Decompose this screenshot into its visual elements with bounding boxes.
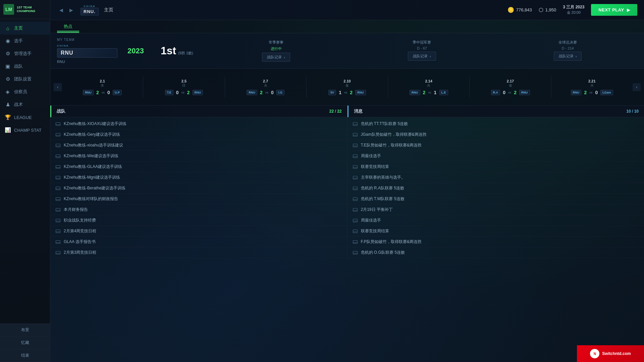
- team-list-item[interactable]: 职业战队支持经费: [50, 215, 347, 226]
- worlds-record-button[interactable]: 战队记录 ›: [554, 52, 582, 61]
- home-icon: ⌂: [5, 25, 11, 31]
- news-panel-title: 消息: [354, 108, 627, 114]
- match-card-0[interactable]: 2.1 水 RNU 2 vs 0 U.P: [62, 76, 143, 98]
- team-list-item[interactable]: KZnehu教练-XIOAXU建议选手训练: [50, 119, 347, 129]
- score2: 0: [594, 90, 599, 95]
- match-teams: RNU 2 vs 0 U.P: [83, 90, 122, 95]
- match-card-1[interactable]: 2.5 日 T.E 0 vs 2 RNU: [143, 76, 225, 98]
- match-date: 2.17: [507, 79, 514, 83]
- news-list-item[interactable]: 周最佳选手: [347, 151, 644, 162]
- news-list-item[interactable]: 2月19日 平衡补丁: [347, 204, 644, 215]
- next-play-button[interactable]: NEXT PLAY ▶: [591, 4, 637, 16]
- regular-record-button[interactable]: 战队记录 ›: [262, 53, 290, 62]
- news-list-item[interactable]: F.P队势如破竹，取得联赛&两连胜: [347, 237, 644, 247]
- match-card-3[interactable]: 2.10 金 5V 1 vs 2 RNU: [307, 76, 388, 98]
- news-list-item[interactable]: 危机的 T.W队联赛 5连败: [347, 194, 644, 204]
- tab-hot[interactable]: 热点: [57, 20, 79, 33]
- team-list-item[interactable]: KZnehu教练对球队的财政报告: [50, 194, 347, 204]
- record-info: (9胜 1败): [178, 51, 193, 56]
- mail-icon: [353, 219, 358, 222]
- sidebar-item-league[interactable]: 🏆 LEAGUE: [0, 111, 50, 124]
- sidebar-item-champstat[interactable]: 📊 CHAMP STAT: [0, 124, 50, 136]
- sidebar-item-home[interactable]: ⌂ 主页: [0, 22, 50, 35]
- team-message-text: 职业战队支持经费: [64, 218, 96, 223]
- sidebar-item-tactics[interactable]: ♟ 战术: [0, 98, 50, 111]
- forward-button[interactable]: ▶: [67, 6, 75, 14]
- news-message-text: 2月19日 平衡补丁: [361, 207, 393, 213]
- match-card-6[interactable]: 2.21 火 RNU 2 vs 0 LGam: [551, 76, 633, 98]
- match-day: 火: [264, 83, 267, 88]
- team-list-item[interactable]: GLAA 选手报告书: [50, 237, 347, 247]
- mail-icon: [56, 144, 60, 147]
- news-list-item[interactable]: T.E队势如破竹，取得联赛&两连胜: [347, 140, 644, 151]
- mail-icon: [56, 230, 60, 233]
- team-message-text: KZnehu教练-xioahu选手训练建议: [64, 142, 123, 148]
- match-teams: RNU 2 vs 1 L.E: [410, 90, 448, 95]
- results-button[interactable]: 结束: [0, 349, 50, 362]
- team-message-text: KZnehu教练-Wie建议选手训练: [64, 153, 118, 159]
- match-date: 2.5: [181, 79, 186, 83]
- mid-record-button[interactable]: 战队记录 ›: [408, 52, 436, 61]
- match-teams: 5V 1 vs 2 RNU: [328, 90, 366, 95]
- sidebar-item-settings[interactable]: ⚙ 团队设置: [0, 73, 50, 85]
- team-list-item[interactable]: KZnehu教练-Mgni建议选手训练: [50, 172, 347, 183]
- nav-label-team: 战队: [14, 63, 23, 69]
- main-content: ◀ ▶ CHINA RNU. 主页 🪙 776,843 ⬡ 1,950 3 三月…: [50, 0, 644, 362]
- sidebar-item-players[interactable]: ◉ 选手: [0, 35, 50, 47]
- mail-icon: [56, 187, 60, 190]
- news-list-item[interactable]: 危机的 TT.TT队联赛 5连败: [347, 119, 644, 129]
- season-regular: 常季赛事 进行中 战队记录 ›: [207, 40, 346, 62]
- sidebar-item-scout[interactable]: ◈ 侦察员: [0, 85, 50, 98]
- news-list-item[interactable]: 周最佳选手: [347, 215, 644, 226]
- back-button[interactable]: ◀: [57, 6, 65, 14]
- sidebar-item-manage[interactable]: ⚙ 管理选手: [0, 47, 50, 60]
- nav-label-settings: 团队设置: [14, 76, 32, 82]
- team1-tag: 5V: [328, 90, 336, 95]
- currency1: 🪙 776,843: [507, 7, 532, 13]
- season-worlds: 全球总决赛 D - 214 战队记录 ›: [498, 40, 637, 62]
- mail-icon: [56, 155, 60, 158]
- settings-icon: ⚙: [5, 76, 11, 82]
- prev-match-button[interactable]: ‹: [54, 83, 62, 91]
- team-icon: ▣: [5, 63, 11, 69]
- news-list-item[interactable]: 联赛竞技周结算: [347, 162, 644, 172]
- team-list-item[interactable]: KZnehu教练-GLAA建议选手训练: [50, 162, 347, 172]
- news-message-text: 危机的 O.G队联赛 5连败: [361, 250, 405, 255]
- mail-icon: [353, 155, 358, 158]
- tactics-icon: ♟: [5, 102, 11, 108]
- vs-label: vs: [428, 91, 431, 94]
- team-list-item[interactable]: KZnehu教练-Wie建议选手训练: [50, 151, 347, 162]
- team-list-item[interactable]: KZnehu教练-Gery建议选手训练: [50, 129, 347, 140]
- match-day: 火: [427, 83, 430, 88]
- news-list-item[interactable]: 联赛竞技周结算: [347, 226, 644, 237]
- news-list-item[interactable]: 主宰联赛的英雄与选手。: [347, 172, 644, 183]
- sidebar-item-team[interactable]: ▣ 战队: [0, 60, 50, 73]
- team1-tag: RNU: [410, 90, 420, 95]
- match-card-5[interactable]: 2.17 金 R.A 0 vs 2 RNU: [470, 76, 551, 98]
- news-list-item[interactable]: JGam队势如破竹，取得联赛&两连胜: [347, 129, 644, 140]
- team-list-item[interactable]: 2月第4周竞技日程: [50, 226, 347, 237]
- roster-button[interactable]: 布景: [0, 324, 50, 337]
- score1: 0: [501, 90, 507, 95]
- team-list-item[interactable]: KZnehu教练-Berathe建议选手训练: [50, 183, 347, 194]
- date-display: 3 三月 2023: [563, 4, 584, 10]
- news-message-text: F.P队势如破竹，取得联赛&两连胜: [361, 239, 422, 245]
- mail-icon: [353, 165, 358, 169]
- team1-tag: RNU: [83, 90, 94, 95]
- news-list-item[interactable]: 危机的 R.A队联赛 5连败: [347, 183, 644, 194]
- match-card-2[interactable]: 2.7 火 RNU 2 vs 0 I.G: [225, 76, 307, 98]
- mail-icon: [353, 144, 358, 147]
- news-message-text: 联赛竞技周结算: [361, 228, 389, 234]
- team-list-item[interactable]: 2月第3周竞技日程: [50, 247, 347, 258]
- archive-button[interactable]: 忆藏: [0, 337, 50, 349]
- season-mid-label: 季中冠军赛: [413, 40, 431, 45]
- currency2: ⬡ 1,950: [539, 7, 556, 13]
- match-card-4[interactable]: 2.14 火 RNU 2 vs 1 L.E: [388, 76, 470, 98]
- news-list-item[interactable]: 危机的 O.G队联赛 5连败: [347, 247, 644, 258]
- nav-label-tactics: 战术: [14, 102, 23, 108]
- team-list-item[interactable]: KZnehu教练-xioahu选手训练建议: [50, 140, 347, 151]
- mail-icon: [56, 122, 60, 126]
- brand-logo: CHINA RNU.: [80, 5, 99, 15]
- next-match-button[interactable]: ›: [633, 83, 641, 91]
- team-list-item[interactable]: 本月财务报告: [50, 204, 347, 215]
